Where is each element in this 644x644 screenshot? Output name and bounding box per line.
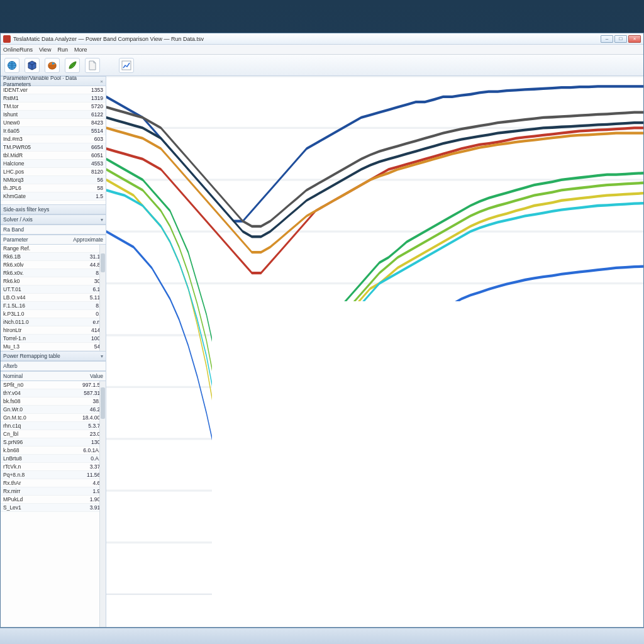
table-row[interactable]: iNch.011.0e.n1 — [1, 318, 106, 326]
table-row[interactable]: bk.fs0838.0 — [1, 397, 106, 406]
table-row[interactable]: MPukLd1.903 — [1, 496, 106, 504]
table-row[interactable]: Rk6.x0lv44.86 — [1, 261, 106, 269]
row-label: Ir.6a05 — [1, 127, 64, 135]
table-row[interactable]: KhmGate1.5 — [1, 192, 106, 201]
row-label: hIronLtr — [1, 326, 64, 335]
menu-item[interactable]: OnlineRuns — [3, 47, 33, 53]
row-label: tbl.MidR — [1, 152, 64, 160]
menu-item[interactable]: More — [74, 47, 87, 53]
minimize-button[interactable]: – — [601, 35, 613, 43]
table-row[interactable]: TM.PWR056654 — [1, 143, 106, 152]
cube3d-icon[interactable] — [25, 58, 40, 73]
page-icon[interactable] — [85, 58, 100, 73]
chevron-down-icon[interactable]: ▾ — [101, 353, 103, 359]
table-row[interactable]: HalcIone4553 — [1, 160, 106, 168]
row-label: LB.O.v44 — [1, 294, 64, 302]
row-value: 603 — [64, 135, 106, 143]
row-label: Torrel-1.n — [1, 335, 64, 343]
table-row[interactable]: LnBrtu80.A.n — [1, 455, 106, 463]
table-row[interactable]: rhn.c1q5.3.74 — [1, 422, 106, 430]
pie3d-icon[interactable] — [45, 58, 60, 73]
chevron-down-icon[interactable]: ▾ — [101, 217, 103, 223]
table-row[interactable]: k.P3L1.00.7 — [1, 310, 106, 318]
table-row[interactable]: RstM11319 — [1, 94, 106, 103]
table-row[interactable]: F.1.5L.168.7 — [1, 302, 106, 310]
leaf-icon[interactable] — [65, 58, 80, 73]
close-button[interactable]: × — [628, 35, 641, 43]
row-label: rTcVk.n — [1, 463, 64, 471]
app-window: TeslaMatic Data Analyzer — Power Band Co… — [0, 33, 644, 628]
table-row[interactable]: Pq+8.n.811.566 — [1, 471, 106, 479]
row-label: iNch.011.0 — [1, 318, 64, 326]
table-row[interactable]: NMtorq356 — [1, 176, 106, 184]
table-row[interactable]: Torrel-1.n1000 — [1, 335, 106, 343]
taskbar[interactable] — [0, 628, 644, 644]
panel2-body[interactable]: Range Ref.Rk6.1B31.18Rk6.x0lv44.86Rk6.x0… — [1, 245, 106, 351]
table-row[interactable]: Range Ref. — [1, 245, 106, 253]
row-label: k.bn68 — [1, 447, 64, 455]
row-value: 8423 — [64, 119, 106, 127]
row-label: rhn.c1q — [1, 422, 64, 430]
table-row[interactable]: SPfit_n0997.1.54 — [1, 381, 106, 389]
table-row[interactable]: Rx.mirr1.90 — [1, 487, 106, 496]
row-label: TM.tor — [1, 103, 64, 111]
panel2-subheader: Ra Band — [1, 225, 106, 235]
panel1-body[interactable]: IDENT.ver1353RstM11319TM.tor5720Ishunt61… — [1, 86, 106, 204]
globe-icon[interactable] — [4, 58, 19, 73]
panel1-header[interactable]: Parameter/Variable Pool · Data Parameter… — [1, 76, 106, 86]
panel3-body[interactable]: SPfit_n0997.1.54thY.v04587.316bk.fs0838.… — [1, 381, 106, 627]
row-label: Mu_t.3 — [1, 343, 64, 351]
scrollbar-thumb[interactable] — [101, 253, 105, 272]
table-row[interactable]: Rk6.1B31.18 — [1, 253, 106, 261]
table-row[interactable]: TM.tor5720 — [1, 103, 106, 111]
row-label: Rk6.1B — [1, 253, 64, 261]
row-value: 6654 — [64, 143, 106, 152]
table-row[interactable]: rTcVk.n3.370 — [1, 463, 106, 471]
chart-settings-icon[interactable] — [119, 58, 134, 73]
scrollbar[interactable] — [99, 245, 106, 351]
titlebar[interactable]: TeslaMatic Data Analyzer — Power Band Co… — [1, 33, 643, 45]
row-label: Rx.thAr — [1, 479, 64, 487]
row-label: KhmGate — [1, 192, 64, 201]
table-row[interactable]: Ind.#m3603 — [1, 135, 106, 143]
table-row[interactable]: Rk6.k0307 — [1, 277, 106, 286]
scrollbar[interactable] — [99, 381, 106, 627]
table-row[interactable]: th.JPL658 — [1, 184, 106, 192]
table-row[interactable]: Gn.M.tc.018.4.005 — [1, 414, 106, 422]
table-row[interactable]: LHC.pos8120 — [1, 168, 106, 176]
table-row[interactable]: LB.O.v445.117 — [1, 294, 106, 302]
table-row[interactable]: hIronLtr4140 — [1, 326, 106, 335]
table-row[interactable]: k.bn686.0.1A.1 — [1, 447, 106, 455]
panel3-header[interactable]: Power Remapping table ▾ — [1, 351, 106, 361]
panel2-title: Solver / Axis — [3, 216, 33, 223]
row-label: k.P3L1.0 — [1, 310, 64, 318]
panel2-header[interactable]: Solver / Axis ▾ — [1, 214, 106, 225]
row-label: Ishunt — [1, 111, 64, 119]
table-row[interactable]: Gn.Wr.046.21 — [1, 406, 106, 414]
menu-item[interactable]: Run — [57, 47, 68, 53]
table-row[interactable]: Rk6.x0v.8.2 — [1, 269, 106, 277]
row-label: Rk6.x0lv — [1, 261, 64, 269]
table-row[interactable]: thY.v04587.316 — [1, 389, 106, 397]
maximize-button[interactable]: □ — [614, 35, 627, 43]
scrollbar-thumb[interactable] — [101, 387, 105, 419]
table-row[interactable]: Ir.6a055514 — [1, 127, 106, 135]
table-row[interactable]: IDENT.ver1353 — [1, 86, 106, 94]
row-value: 8120 — [64, 168, 106, 176]
menu-item[interactable]: View — [39, 47, 51, 53]
table-row[interactable]: Unew08423 — [1, 119, 106, 127]
table-row[interactable]: Ishunt6122 — [1, 111, 106, 119]
table-row[interactable]: S.prN961300 — [1, 438, 106, 447]
left-column: Parameter/Variable Pool · Data Parameter… — [1, 76, 106, 627]
table-row[interactable]: Cn_lbl23.00 — [1, 430, 106, 438]
table-row[interactable]: tbl.MidR6051 — [1, 152, 106, 160]
table-row[interactable]: S_Lev13.917 — [1, 504, 106, 512]
table-row[interactable]: Rx.thAr4.63 — [1, 479, 106, 487]
row-label: Gn.Wr.0 — [1, 406, 64, 414]
row-label: Ind.#m3 — [1, 135, 64, 143]
table-row[interactable]: Mu_t.3546 — [1, 343, 106, 351]
row-label: TM.PWR05 — [1, 143, 64, 152]
row-value: 4553 — [64, 160, 106, 168]
close-icon[interactable]: × — [100, 79, 103, 84]
table-row[interactable]: UT.T.016.17 — [1, 286, 106, 294]
